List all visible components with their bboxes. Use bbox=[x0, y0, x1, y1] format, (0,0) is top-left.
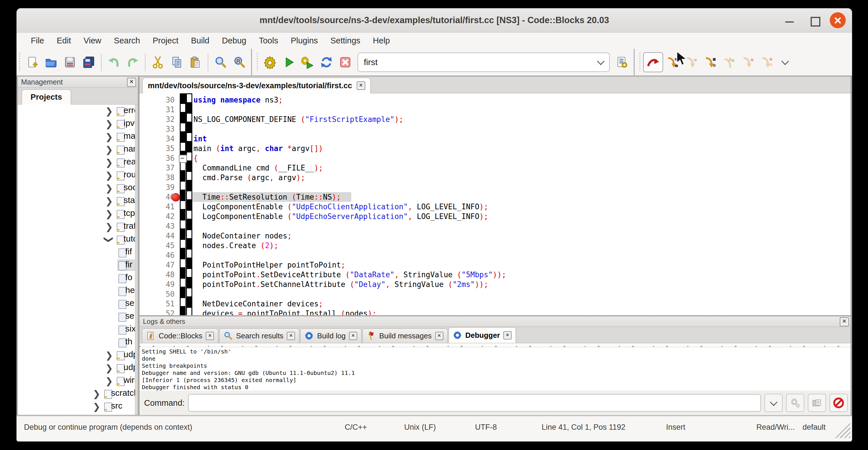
code-line-32[interactable]: 32NS_LOG_COMPONENT_DEFINE ("FirstScriptE… bbox=[140, 115, 850, 124]
abort-build-button[interactable] bbox=[336, 53, 355, 72]
code-area[interactable]: 30using namespace ns3;3132NS_LOG_COMPONE… bbox=[140, 93, 850, 315]
code-line-37[interactable]: 37 CommandLine cmd (__FILE__); bbox=[140, 163, 850, 173]
menu-edit[interactable]: Edit bbox=[51, 33, 77, 49]
redo-button[interactable] bbox=[123, 53, 142, 72]
toolbar-grip[interactable] bbox=[639, 53, 642, 71]
undo-button[interactable] bbox=[104, 53, 123, 72]
code-line-51[interactable]: 51 NetDeviceContainer devices; bbox=[140, 299, 850, 309]
find-button[interactable] bbox=[211, 53, 230, 72]
tree-item-fo[interactable]: fo bbox=[18, 272, 138, 284]
tree-item-mat[interactable]: ❯mat bbox=[18, 130, 138, 143]
maximize-button[interactable] bbox=[809, 14, 821, 27]
chevron-right-icon[interactable]: ❯ bbox=[105, 183, 113, 193]
log-tab-code-blocks[interactable]: Code::Blocks× bbox=[142, 328, 218, 343]
tree-item-src[interactable]: ❯src bbox=[18, 400, 138, 413]
code-line-41[interactable]: 41 LogComponentEnable ("UdpEchoClientApp… bbox=[140, 202, 850, 212]
paste-button[interactable] bbox=[186, 53, 205, 72]
build-button[interactable] bbox=[260, 53, 279, 72]
code-line-34[interactable]: 34int bbox=[140, 134, 850, 144]
code-line-39[interactable]: 39 bbox=[140, 182, 850, 192]
menu-project[interactable]: Project bbox=[146, 33, 185, 49]
tree-item-tcp[interactable]: ❯tcp bbox=[18, 207, 138, 220]
menu-search[interactable]: Search bbox=[107, 33, 146, 49]
tree-item-he[interactable]: he bbox=[18, 284, 138, 297]
tree-item-traff[interactable]: ❯traff bbox=[18, 220, 138, 233]
editor-tab-close-icon[interactable]: × bbox=[357, 81, 365, 90]
titlebar[interactable]: mnt/dev/tools/source/ns-3-dev/examples/t… bbox=[17, 8, 852, 33]
log-tab-close-icon[interactable]: × bbox=[503, 331, 512, 339]
tree-item-ipv6[interactable]: ❯ipv6 bbox=[18, 117, 138, 130]
chevron-right-icon[interactable]: ❯ bbox=[105, 350, 113, 361]
code-line-45[interactable]: 45 nodes.Create (2); bbox=[140, 241, 850, 250]
chevron-right-icon[interactable]: ❯ bbox=[93, 388, 100, 399]
tree-scrollbar[interactable] bbox=[135, 104, 138, 415]
chevron-right-icon[interactable]: ❯ bbox=[105, 157, 113, 168]
menu-tools[interactable]: Tools bbox=[252, 33, 284, 49]
debugger-log[interactable]: Setting SHELL to '/bin/sh'doneSetting br… bbox=[140, 347, 850, 392]
code-line-48[interactable]: 48 pointToPoint.SetDeviceAttribute ("Dat… bbox=[140, 270, 850, 279]
code-line-30[interactable]: 30using namespace ns3; bbox=[140, 95, 850, 105]
close-button[interactable] bbox=[830, 12, 846, 28]
editor-tab-first-cc[interactable]: mnt/dev/tools/source/ns-3-dev/examples/t… bbox=[143, 78, 371, 93]
save-button[interactable] bbox=[61, 53, 79, 72]
replace-button[interactable]: R bbox=[230, 53, 249, 72]
menu-help[interactable]: Help bbox=[367, 33, 396, 49]
fold-collapse-icon[interactable] bbox=[179, 155, 187, 163]
log-tab-debugger[interactable]: Debugger× bbox=[448, 327, 516, 343]
toolbar-grip[interactable] bbox=[256, 53, 259, 71]
chevron-right-icon[interactable]: ❯ bbox=[105, 170, 113, 181]
code-line-49[interactable]: 49 pointToPoint.SetChannelAttribute ("De… bbox=[140, 279, 850, 289]
build-target-options-button[interactable] bbox=[613, 53, 631, 72]
open-file-button[interactable] bbox=[42, 53, 61, 72]
code-line-50[interactable]: 50 bbox=[140, 289, 850, 299]
step-out-button[interactable] bbox=[720, 53, 739, 72]
code-line-46[interactable]: 46 bbox=[140, 250, 850, 260]
code-line-33[interactable]: 33 bbox=[140, 124, 850, 134]
chevron-right-icon[interactable]: ❯ bbox=[105, 376, 113, 386]
tree-item-reall[interactable]: ❯reall bbox=[18, 156, 138, 169]
code-line-52[interactable]: 52 devices = pointToPoint.Install (nodes… bbox=[140, 309, 850, 315]
tree-item-se[interactable]: se bbox=[18, 310, 138, 323]
tree-item-udp[interactable]: ❯udp bbox=[18, 349, 138, 361]
log-tab-close-icon[interactable]: × bbox=[349, 332, 357, 340]
minimize-button[interactable] bbox=[783, 14, 796, 27]
run-button[interactable] bbox=[279, 53, 298, 72]
toolbar-grip[interactable] bbox=[18, 53, 21, 71]
chevron-right-icon[interactable]: ❯ bbox=[105, 363, 113, 373]
chevron-right-icon[interactable]: ❯ bbox=[105, 221, 113, 232]
menu-view[interactable]: View bbox=[77, 33, 107, 49]
copy-log-button[interactable] bbox=[808, 394, 826, 412]
new-file-button[interactable] bbox=[23, 53, 42, 72]
tree-item-scratch[interactable]: ❯scratch bbox=[18, 387, 138, 400]
step-into-button[interactable] bbox=[701, 53, 720, 72]
tree-item-erro[interactable]: ❯erro bbox=[18, 104, 138, 117]
resize-grip[interactable] bbox=[834, 421, 850, 438]
log-tab-close-icon[interactable]: × bbox=[435, 332, 443, 340]
log-tab-search-results[interactable]: Search results× bbox=[219, 328, 299, 343]
rebuild-button[interactable] bbox=[317, 53, 336, 72]
log-tab-close-icon[interactable]: × bbox=[206, 332, 214, 340]
logs-close-icon[interactable]: × bbox=[840, 317, 849, 326]
log-tab-close-icon[interactable]: × bbox=[287, 332, 295, 340]
management-close-icon[interactable]: × bbox=[127, 78, 136, 87]
menu-build[interactable]: Build bbox=[185, 33, 216, 49]
chevron-right-icon[interactable]: ❯ bbox=[105, 144, 113, 155]
chevron-right-icon[interactable]: ❯ bbox=[105, 208, 113, 219]
command-history-button[interactable] bbox=[765, 394, 783, 412]
menu-debug[interactable]: Debug bbox=[216, 33, 252, 49]
tree-item-wire[interactable]: ❯wire bbox=[18, 374, 138, 387]
step-into-instruction-button[interactable] bbox=[757, 53, 776, 72]
tree-item-th[interactable]: th bbox=[18, 336, 138, 349]
tree-item-six[interactable]: six bbox=[18, 323, 138, 336]
log-tab-build-log[interactable]: Build log× bbox=[300, 328, 362, 343]
chevron-right-icon[interactable]: ❯ bbox=[105, 131, 113, 142]
next-instruction-button[interactable] bbox=[739, 53, 757, 72]
copy-button[interactable] bbox=[167, 53, 186, 72]
chevron-down-icon[interactable]: ❯ bbox=[103, 236, 115, 244]
toolbar-overflow-chevron-icon[interactable] bbox=[781, 57, 789, 65]
chevron-right-icon[interactable]: ❯ bbox=[105, 106, 113, 117]
tree-item-nam[interactable]: ❯nam bbox=[18, 143, 138, 156]
menu-file[interactable]: File bbox=[25, 33, 51, 49]
breakpoint-marker[interactable] bbox=[172, 193, 180, 202]
command-input[interactable] bbox=[188, 394, 761, 412]
